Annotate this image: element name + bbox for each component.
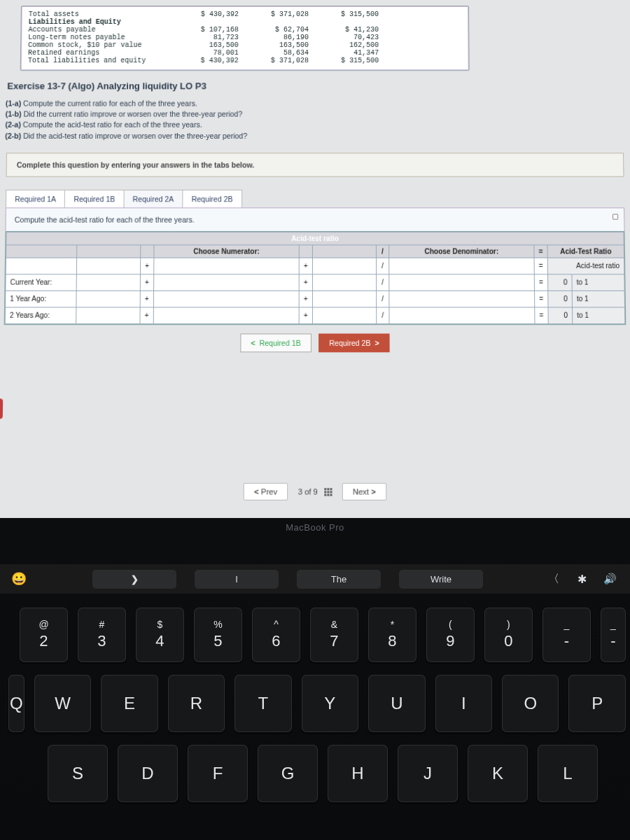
tab-bar: Required 1A Required 1B Required 2A Requ…: [6, 190, 627, 207]
cy-den-select[interactable]: [393, 276, 530, 288]
emoji-icon[interactable]: 😀: [7, 571, 31, 587]
answer-table-wrap: Acid-test ratio Choose Numerator: / Choo…: [4, 231, 626, 325]
numerator-header: Choose Numerator:: [154, 245, 300, 258]
y2-num-c[interactable]: [317, 309, 372, 321]
key-4[interactable]: $4: [136, 608, 184, 662]
cy-num-c[interactable]: [317, 276, 372, 288]
tab-required-2a[interactable]: Required 2A: [123, 190, 183, 207]
key-edge[interactable]: _-: [601, 608, 626, 662]
y2-num-select[interactable]: [158, 309, 295, 321]
financials-panel: Total assets$ 430,392$ 371,028$ 315,500 …: [20, 6, 470, 71]
pager-next-button[interactable]: Next >: [342, 483, 387, 500]
y2-result: 0: [548, 307, 573, 324]
result-sub: Acid-test ratio: [547, 258, 624, 274]
touch-bar: 😀 ❯ I The Write 〈 ✱ 🔊: [0, 564, 630, 594]
key-p[interactable]: P: [568, 675, 625, 732]
y2-den-select[interactable]: [393, 309, 530, 321]
key-o[interactable]: O: [502, 675, 559, 732]
key--[interactable]: _-: [542, 608, 591, 662]
expand-icon[interactable]: [612, 214, 618, 219]
key-0[interactable]: )0: [484, 608, 533, 662]
tab-required-1b[interactable]: Required 1B: [64, 190, 124, 207]
prediction-the[interactable]: The: [297, 570, 381, 589]
key-s[interactable]: S: [48, 745, 108, 802]
pager-prev-button[interactable]: < Prev: [244, 483, 288, 500]
exercise-title: Exercise 13-7 (Algo) Analyzing liquidity…: [7, 80, 626, 91]
chevron-right-icon: >: [371, 487, 376, 496]
key-7[interactable]: &7: [310, 608, 358, 662]
key-f[interactable]: F: [188, 745, 248, 802]
key-l[interactable]: L: [538, 745, 598, 802]
key-h[interactable]: H: [328, 745, 388, 802]
prediction-write[interactable]: Write: [399, 570, 483, 589]
sub-instruction: Compute the acid-test ratio for each of …: [5, 207, 624, 231]
instruction-bar: Complete this question by entering your …: [6, 153, 624, 176]
pager-position: 3 of 9: [298, 487, 332, 496]
cy-num-select[interactable]: [158, 276, 295, 288]
brightness-icon[interactable]: ✱: [573, 573, 591, 586]
num-c-blank[interactable]: [317, 260, 372, 272]
row-label: [6, 258, 76, 274]
fin-label: Total assets: [29, 10, 169, 18]
key-g[interactable]: G: [258, 745, 318, 802]
laptop-brand: MacBook Pro: [0, 518, 630, 533]
denominator-select-blank[interactable]: [393, 260, 530, 272]
y2-num-a[interactable]: [80, 309, 135, 321]
key-e[interactable]: E: [101, 675, 158, 732]
chevron-left-icon: <: [254, 487, 259, 496]
key-j[interactable]: J: [398, 745, 458, 802]
tab-required-1a[interactable]: Required 1A: [6, 190, 65, 207]
prev-tab-button[interactable]: < Required 1B: [240, 333, 312, 352]
y1-num-a[interactable]: [81, 293, 136, 304]
key-w[interactable]: W: [34, 675, 91, 732]
y1-den-select[interactable]: [393, 293, 530, 304]
table-title: Acid-test ratio: [6, 232, 624, 244]
y1-num-select[interactable]: [158, 293, 295, 304]
key-u[interactable]: U: [368, 675, 425, 732]
key-y[interactable]: Y: [302, 675, 358, 732]
cy-result: 0: [547, 274, 572, 291]
key-i[interactable]: I: [435, 675, 492, 732]
key-2[interactable]: @2: [20, 608, 68, 662]
numerator-select-blank[interactable]: [158, 260, 295, 272]
key-r[interactable]: R: [168, 675, 225, 732]
key-5[interactable]: %5: [194, 608, 242, 662]
key-k[interactable]: K: [468, 745, 528, 802]
prediction-arrow[interactable]: ❯: [92, 570, 176, 589]
tab-required-2b[interactable]: Required 2B: [182, 190, 241, 207]
key-8[interactable]: *8: [368, 608, 416, 662]
question-block: (1-a) Compute the current ratio for each…: [5, 98, 626, 141]
next-tab-button[interactable]: Required 2B >: [318, 333, 390, 352]
result-header: Acid-Test Ratio: [547, 245, 624, 258]
chevron-left-icon: <: [251, 339, 255, 347]
num-a-blank[interactable]: [81, 260, 136, 272]
y1-result: 0: [548, 290, 573, 307]
denominator-header: Choose Denominator:: [389, 245, 535, 258]
key-t[interactable]: T: [234, 675, 291, 732]
prediction-i[interactable]: I: [195, 570, 279, 589]
chevron-right-icon: >: [374, 339, 379, 347]
cy-num-a[interactable]: [81, 276, 136, 288]
y1-num-c[interactable]: [317, 293, 372, 304]
key-3[interactable]: #3: [78, 608, 126, 662]
question-pager: < Prev 3 of 9 Next >: [0, 483, 630, 500]
key-6[interactable]: ^6: [252, 608, 300, 662]
key-q-edge[interactable]: Q: [8, 675, 24, 732]
keyboard: @2#3$4%5^6&7*8(9)0_-_- QWERTYUIOP SDFGHJ…: [0, 601, 630, 815]
volume-icon[interactable]: 🔊: [601, 573, 619, 585]
key-d[interactable]: D: [118, 745, 178, 802]
grid-icon[interactable]: [324, 488, 332, 496]
red-tab-edge: [0, 398, 3, 419]
key-9[interactable]: (9: [426, 608, 475, 662]
chevron-left-icon[interactable]: 〈: [545, 572, 563, 587]
